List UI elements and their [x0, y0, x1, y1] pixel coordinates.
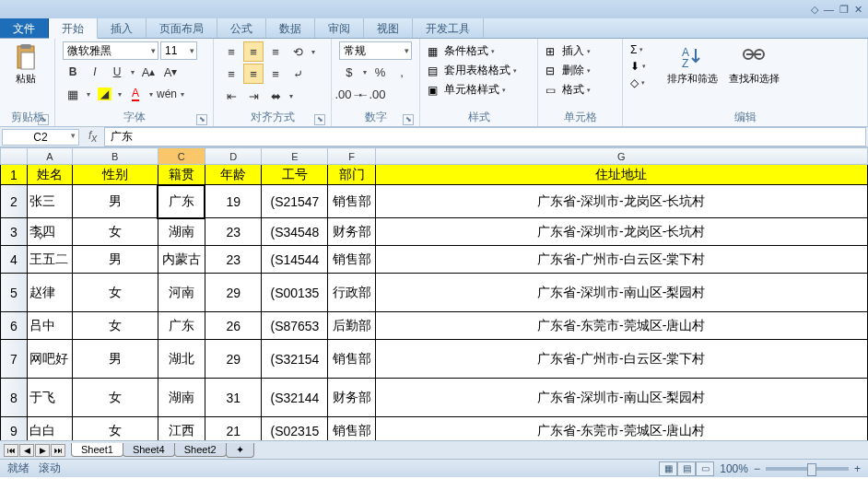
sheet-tab[interactable]: Sheet2 — [174, 443, 227, 457]
ribbon-tab[interactable]: 公式 — [217, 18, 266, 38]
row-header[interactable]: 3 — [1, 218, 28, 246]
restore-icon[interactable]: ❐ — [839, 4, 849, 16]
row-header[interactable]: 7 — [1, 340, 28, 379]
cell[interactable]: 广东省-深圳市-南山区-梨园村 — [375, 274, 867, 312]
align-top-button[interactable]: ≡ — [221, 41, 241, 62]
cell[interactable]: (S14544 — [262, 246, 328, 274]
cell[interactable]: 吕中 — [27, 312, 72, 340]
minimize-icon[interactable]: — — [824, 4, 834, 15]
cell[interactable]: 21 — [205, 417, 262, 441]
cell[interactable]: 男 — [73, 246, 158, 274]
font-size-combo[interactable]: 11 — [160, 41, 197, 60]
cell[interactable]: 江西 — [158, 417, 205, 441]
file-tab[interactable]: 文件 — [0, 18, 49, 38]
name-box[interactable]: C2 — [2, 129, 79, 146]
font-name-combo[interactable]: 微软雅黑 — [63, 41, 158, 60]
zoom-in-icon[interactable]: + — [854, 462, 861, 475]
header-cell[interactable]: 年龄 — [205, 165, 262, 185]
cell[interactable]: 销售部 — [328, 417, 375, 441]
cell[interactable]: 23 — [205, 218, 262, 246]
cell[interactable]: 26 — [205, 312, 262, 340]
cell[interactable]: (S32144 — [262, 379, 328, 417]
last-sheet-icon[interactable]: ⏭ — [51, 444, 65, 457]
ribbon-tab[interactable]: 审阅 — [315, 18, 364, 38]
align-middle-button[interactable]: ≡ — [243, 41, 264, 62]
cell[interactable]: 内蒙古 — [158, 246, 205, 274]
delete-cells-button[interactable]: ⊟删除▾ — [545, 63, 615, 78]
paste-button[interactable]: 粘贴 — [6, 41, 46, 109]
col-header[interactable]: A — [27, 148, 72, 165]
new-sheet-icon[interactable]: ✦ — [226, 443, 254, 458]
col-header[interactable]: G — [375, 148, 867, 165]
sheet-tab[interactable]: Sheet1 — [71, 443, 123, 457]
number-format-combo[interactable]: 常规 — [339, 41, 412, 60]
align-center-button[interactable]: ≡ — [243, 64, 264, 84]
decrease-decimal-button[interactable]: ←.00 — [361, 84, 381, 104]
cell[interactable]: (S32154 — [262, 340, 328, 379]
ribbon-tab[interactable]: 开始 — [49, 18, 98, 39]
ribbon-tab[interactable]: 开发工具 — [413, 18, 484, 38]
orientation-button[interactable]: ⟲ — [287, 41, 308, 62]
cell[interactable]: 广东 — [158, 185, 205, 218]
border-button[interactable]: ▦ — [63, 84, 83, 104]
row-header[interactable]: 6 — [1, 312, 28, 340]
cell[interactable]: 湖北 — [158, 340, 205, 379]
wrap-text-button[interactable]: ⤶ — [287, 64, 308, 84]
col-header[interactable]: D — [205, 148, 262, 165]
cell[interactable]: (S02315 — [262, 417, 328, 441]
cell[interactable]: 广东 — [158, 312, 205, 340]
cell[interactable]: 女 — [73, 379, 158, 417]
close-icon[interactable]: ✕ — [854, 4, 862, 16]
cell[interactable]: 白白 — [27, 417, 72, 441]
cell[interactable]: 广东省-广州市-白云区-棠下村 — [375, 246, 867, 274]
merge-button[interactable]: ⬌ — [265, 86, 286, 106]
prev-sheet-icon[interactable]: ◀ — [19, 444, 34, 457]
row-header[interactable]: 2 — [1, 185, 28, 218]
shrink-font-button[interactable]: A▾ — [160, 62, 181, 82]
align-launcher-icon[interactable]: ⬊ — [314, 114, 325, 125]
row-header[interactable]: 1 — [1, 165, 28, 185]
cell[interactable]: 赵律 — [27, 274, 72, 312]
conditional-format-button[interactable]: ▦条件格式▾ — [428, 43, 530, 59]
header-cell[interactable]: 姓名 — [27, 165, 72, 185]
help-icon[interactable]: ◇ — [811, 4, 818, 16]
cell[interactable]: 王五二 — [27, 246, 72, 274]
insert-cells-button[interactable]: ⊞插入▾ — [545, 43, 615, 59]
font-launcher-icon[interactable]: ⬊ — [196, 114, 207, 125]
cell[interactable]: (S34548 — [262, 218, 328, 246]
zoom-out-icon[interactable]: − — [754, 462, 760, 475]
grow-font-button[interactable]: A▴ — [138, 62, 158, 82]
cell[interactable]: (S00135 — [262, 274, 328, 312]
cell[interactable]: 31 — [205, 379, 262, 417]
cell[interactable]: 广东省-东莞市-莞城区-唐山村 — [375, 417, 867, 441]
cell[interactable]: 销售部 — [328, 340, 375, 379]
cell[interactable]: 销售部 — [328, 185, 375, 218]
page-layout-icon[interactable]: ▤ — [677, 461, 696, 476]
row-header[interactable]: 5 — [1, 274, 28, 312]
cell[interactable]: (S87653 — [262, 312, 328, 340]
zoom-slider[interactable] — [766, 467, 849, 471]
normal-view-icon[interactable]: ▦ — [659, 461, 677, 476]
cell[interactable]: 湖南 — [158, 218, 205, 246]
cell[interactable]: 19 — [205, 185, 262, 218]
cell[interactable]: 女 — [73, 312, 158, 340]
col-header[interactable]: B — [73, 148, 158, 165]
sort-filter-button[interactable]: AZ 排序和筛选 — [662, 41, 723, 109]
number-launcher-icon[interactable]: ⬊ — [403, 114, 414, 125]
cell[interactable]: 张三 — [27, 185, 72, 218]
find-select-button[interactable]: 查找和选择 — [723, 41, 785, 109]
cell[interactable]: 女 — [73, 417, 158, 441]
cell[interactable]: 财务部 — [328, 379, 375, 417]
format-cells-button[interactable]: ▭格式▾ — [545, 82, 615, 98]
cell[interactable]: 23 — [205, 246, 262, 274]
underline-button[interactable]: U — [107, 62, 127, 82]
zoom-level[interactable]: 100% — [720, 462, 748, 475]
worksheet[interactable]: ABCDEFG1姓名性别籍贯年龄工号部门住址地址2张三男广东19(S21547销… — [0, 147, 868, 440]
cell[interactable]: 行政部 — [328, 274, 375, 312]
page-break-icon[interactable]: ▭ — [696, 461, 714, 476]
decrease-indent-button[interactable]: ⇤ — [221, 86, 241, 106]
cell[interactable]: 广东省-深圳市-龙岗区-长坑村 — [375, 185, 867, 218]
header-cell[interactable]: 工号 — [262, 165, 328, 185]
col-header[interactable]: C — [158, 148, 205, 165]
cell[interactable]: 广东省-深圳市-龙岗区-长坑村 — [375, 218, 867, 246]
